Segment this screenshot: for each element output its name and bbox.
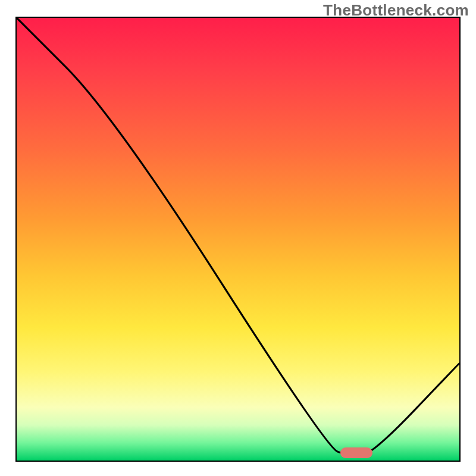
- bottleneck-curve: [17, 18, 459, 461]
- watermark-text: TheBottleneck.com: [323, 1, 469, 20]
- optimal-marker: [340, 447, 372, 458]
- plot-area: [15, 17, 461, 462]
- bottleneck-chart: TheBottleneck.com: [0, 0, 476, 476]
- curve-path: [17, 18, 459, 456]
